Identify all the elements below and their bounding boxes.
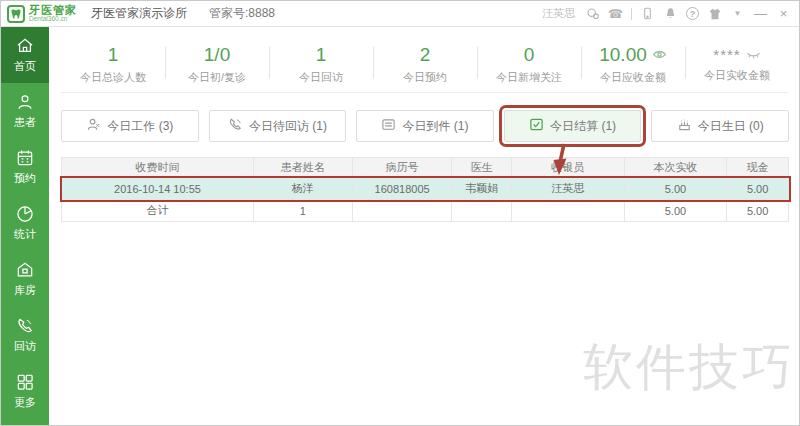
sidebar-item-label: 库房 <box>14 283 36 298</box>
titlebar-divider <box>631 8 632 20</box>
app-window: 牙医管家 Dental360.cn 牙医管家演示诊所 管家号:8888 汪英思 … <box>0 0 800 426</box>
stat-received-amount: **** 今日实收金额 <box>685 36 789 92</box>
wechat-icon[interactable] <box>585 6 600 21</box>
tab-label: 今日到件 (1) <box>402 118 468 135</box>
sidebar-item-home[interactable]: 首页 <box>1 27 49 83</box>
stat-value: 1 <box>316 44 327 66</box>
cell-charge-time: 2016-10-14 10:55 <box>62 178 254 200</box>
stats-bar: 1 今日总诊人数 1/0 今日初/复诊 1 今日回访 2 今日预约 0 今日 <box>61 36 789 93</box>
help-icon[interactable]: ? <box>686 7 699 20</box>
sidebar-item-warehouse[interactable]: 库房 <box>1 251 49 307</box>
cell-doctor: 韦颖娟 <box>452 178 512 200</box>
home-icon <box>15 36 35 56</box>
minimize-button[interactable]: — <box>753 6 768 21</box>
stat-value: 10.00 <box>599 44 647 66</box>
sidebar-item-label: 首页 <box>14 59 36 74</box>
callback-icon <box>228 117 243 135</box>
col-header-doctor: 医生 <box>452 158 512 178</box>
tab-today-work[interactable]: 今日工作 (3) <box>61 110 199 142</box>
cell-record-number: 160818005 <box>352 178 452 200</box>
sidebar-nav: 首页 患者 预约 统计 库房 回访 <box>1 27 49 425</box>
stat-value: 2 <box>420 44 431 66</box>
chevron-down-icon[interactable]: ▼ <box>730 6 745 21</box>
sidebar-item-more[interactable]: 更多 <box>1 363 49 419</box>
sidebar-item-label: 回访 <box>14 339 36 354</box>
table-total-row: 合计 1 5.00 5.00 <box>62 200 789 222</box>
sidebar-item-label: 患者 <box>14 115 36 130</box>
stat-value: 0 <box>524 44 535 66</box>
theme-shirt-icon[interactable] <box>707 6 722 21</box>
app-logo: 牙医管家 Dental360.cn <box>7 5 77 23</box>
sidebar-item-statistics[interactable]: 统计 <box>1 195 49 251</box>
tab-today-birthdays[interactable]: 今日生日 (0) <box>651 110 789 142</box>
settlement-icon <box>529 117 544 135</box>
table-row[interactable]: 2016-10-14 10:55 杨洋 160818005 韦颖娟 汪英思 5.… <box>62 178 789 200</box>
table-header-row: 收费时间 患者姓名 病历号 医生 收银员 本次实收 现金 <box>62 158 789 178</box>
tab-label: 今日结算 (1) <box>550 118 616 135</box>
clinic-name: 牙医管家演示诊所 <box>91 5 187 22</box>
col-header-amount-received: 本次实收 <box>624 158 727 178</box>
col-header-charge-time: 收费时间 <box>62 158 254 178</box>
stat-value: 1/0 <box>204 44 230 66</box>
birthday-icon <box>677 117 692 135</box>
appointment-icon <box>15 148 35 168</box>
stat-label: 今日应收金额 <box>600 70 666 85</box>
stat-receivable-amount: 10.00 今日应收金额 <box>581 36 685 92</box>
callback-icon <box>15 316 35 336</box>
col-header-patient-name: 患者姓名 <box>253 158 352 178</box>
tab-label: 今日待回访 (1) <box>249 118 327 135</box>
sidebar-item-label: 预约 <box>14 171 36 186</box>
stat-label: 今日回访 <box>299 70 343 85</box>
tooth-logo-icon <box>7 5 25 23</box>
col-header-record-number: 病历号 <box>352 158 452 178</box>
inbox-icon <box>381 117 396 135</box>
tab-label: 今日生日 (0) <box>698 118 764 135</box>
stat-label: 今日预约 <box>403 70 447 85</box>
stat-appointments: 2 今日预约 <box>373 36 477 92</box>
main-content: 1 今日总诊人数 1/0 今日初/复诊 1 今日回访 2 今日预约 0 今日 <box>49 27 799 425</box>
task-tabs: 今日工作 (3) 今日待回访 (1) 今日到件 (1) 今日结算 (1) 今日生… <box>61 110 789 142</box>
warehouse-icon <box>15 260 35 280</box>
tab-today-settlement[interactable]: 今日结算 (1) <box>504 110 642 142</box>
logo-subtitle: Dental360.cn <box>29 16 77 23</box>
stat-new-followers: 0 今日新增关注 <box>477 36 581 92</box>
stat-callbacks: 1 今日回访 <box>269 36 373 92</box>
sidebar-item-patients[interactable]: 患者 <box>1 83 49 139</box>
col-header-cash: 现金 <box>727 158 789 178</box>
phone-icon[interactable]: ☎ <box>608 6 623 21</box>
cell-amount-received: 5.00 <box>624 178 727 200</box>
cell-patient-name: 杨洋 <box>253 178 352 200</box>
bell-icon[interactable] <box>663 6 678 21</box>
account-number: 管家号:8888 <box>209 5 275 22</box>
sidebar-item-callback[interactable]: 回访 <box>1 307 49 363</box>
cell-total-label: 合计 <box>62 200 254 222</box>
close-button[interactable]: × <box>776 6 791 21</box>
current-user-name: 汪英思 <box>542 6 575 21</box>
watermark-text: 软件技巧 <box>583 334 795 401</box>
stat-label: 今日实收金额 <box>704 68 770 83</box>
cell-total-cash: 5.00 <box>727 200 789 222</box>
stat-label: 今日初/复诊 <box>188 70 246 85</box>
cell-cashier: 汪英思 <box>512 178 625 200</box>
statistics-icon <box>15 204 35 224</box>
stat-label: 今日总诊人数 <box>80 70 146 85</box>
patient-icon <box>15 92 35 112</box>
cell-total-received: 5.00 <box>624 200 727 222</box>
stat-total-patients: 1 今日总诊人数 <box>61 36 165 92</box>
more-icon <box>15 372 35 392</box>
titlebar: 牙医管家 Dental360.cn 牙医管家演示诊所 管家号:8888 汪英思 … <box>1 1 799 27</box>
col-header-cashier: 收银员 <box>512 158 625 178</box>
sidebar-item-label: 更多 <box>14 395 36 410</box>
stat-value: 1 <box>108 44 119 66</box>
stat-first-return-visits: 1/0 今日初/复诊 <box>165 36 269 92</box>
tab-today-pending-callback[interactable]: 今日待回访 (1) <box>209 110 347 142</box>
work-icon <box>86 117 101 135</box>
tab-today-arrivals[interactable]: 今日到件 (1) <box>356 110 494 142</box>
sidebar-item-appointments[interactable]: 预约 <box>1 139 49 195</box>
eye-open-icon[interactable] <box>652 46 667 64</box>
cell-cash: 5.00 <box>727 178 789 200</box>
mobile-icon[interactable] <box>640 6 655 21</box>
stat-value-masked: **** <box>713 46 740 63</box>
eye-closed-icon[interactable] <box>746 46 761 64</box>
stat-label: 今日新增关注 <box>496 70 562 85</box>
